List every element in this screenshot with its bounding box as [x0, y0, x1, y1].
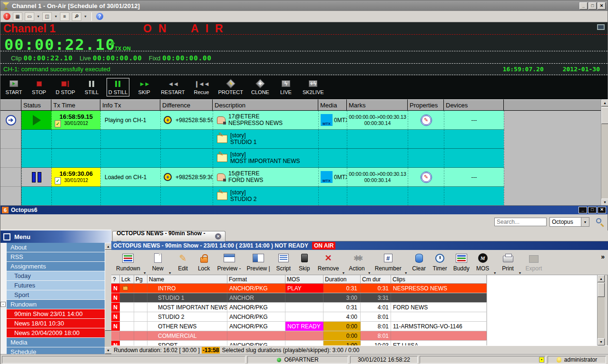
close-button[interactable]: ✕	[598, 2, 606, 10]
still-button[interactable]: STILL	[81, 78, 102, 96]
new-button[interactable]: New	[148, 252, 167, 272]
col-lck[interactable]: Lck	[120, 275, 134, 283]
collapse-icon[interactable]: -	[0, 302, 6, 307]
list-icon[interactable]: ≡	[60, 12, 69, 21]
sidebar-item-about[interactable]: About	[7, 243, 105, 252]
col-properties[interactable]: Properties	[408, 99, 444, 111]
col-difference[interactable]: Difference	[160, 99, 213, 111]
chevron-down-icon[interactable]: ▼	[493, 271, 497, 275]
rundown-row[interactable]: COMMERCIAL 0:00 8:01	[111, 331, 487, 341]
chevron-down-icon[interactable]: ▼	[84, 15, 87, 18]
schedule-row-story[interactable]: [story]MOST IMPORTANT NEWS	[0, 149, 608, 168]
scroll-up-icon[interactable]: ▲	[601, 99, 608, 106]
maximize-button[interactable]: □	[588, 207, 597, 213]
rundown-scrollbar[interactable]: ▲ ▼	[597, 275, 605, 345]
scrollbar-thumb[interactable]	[598, 283, 605, 297]
grid-scrollbar[interactable]: ▲ ▼	[601, 99, 608, 206]
timer-button[interactable]: Timer	[431, 252, 450, 272]
scroll-down-icon[interactable]: ▼	[105, 347, 112, 354]
scroll-up-icon[interactable]: ▲	[105, 243, 112, 250]
rundown-row-intro[interactable]: N INTRO ANCHOR/PKG PLAY 0:31 0:31 NESPRE…	[111, 284, 487, 293]
chevron-down-icon[interactable]: ▼	[168, 271, 172, 275]
script-button[interactable]: Script	[274, 252, 293, 272]
rundown-row[interactable]: N OTHER NEWS ANCHOR/PKG NOT READY 0:00 8…	[111, 322, 487, 331]
col-description[interactable]: Description	[213, 99, 318, 111]
tab-rundown[interactable]: OCTOPUS NEWS - 90min Show - ... ✕	[112, 231, 226, 241]
col-pg[interactable]: Pg	[134, 275, 147, 283]
edit-button[interactable]: ✎Edit	[174, 252, 193, 272]
d-still-button[interactable]: D STILL	[107, 78, 129, 96]
properties-icon[interactable]: ✎	[421, 172, 432, 183]
properties-icon[interactable]: ✎	[421, 115, 432, 126]
mos-button[interactable]: MMOS	[473, 252, 492, 272]
chevron-down-icon[interactable]: ▼	[519, 271, 522, 275]
start-button[interactable]: START	[3, 78, 24, 96]
toolbar-overflow-icon[interactable]: »	[601, 252, 608, 260]
sidebar-item-schedule[interactable]: Schedule	[7, 347, 105, 354]
schedule-icon[interactable]: ◫	[42, 12, 52, 21]
search-scope-dropdown[interactable]: Octopus ▼	[549, 217, 589, 227]
scrollbar-thumb[interactable]	[105, 250, 112, 331]
schedule-row-story[interactable]: [story]STUDIO 2	[0, 187, 608, 206]
sidebar-item-futures[interactable]: Futures	[7, 281, 105, 290]
sidebar-item-assignments[interactable]: Assignments	[7, 262, 105, 271]
col-name[interactable]: Name	[147, 275, 227, 283]
lock-button[interactable]: Lock	[195, 252, 214, 272]
col-duration[interactable]: Duration	[324, 275, 361, 283]
scroll-down-icon[interactable]: ▼	[601, 199, 608, 206]
col-status[interactable]: Status	[21, 99, 51, 111]
col-info-tx[interactable]: Info Tx	[100, 99, 160, 111]
chevron-down-icon[interactable]: ▼	[342, 271, 345, 275]
restart-button[interactable]: ◄◄RESTART	[159, 78, 186, 96]
sidebar-item-media[interactable]: Media	[7, 338, 105, 347]
col-media[interactable]: Media	[318, 99, 347, 111]
skip-button[interactable]: ►►SKIP	[134, 78, 155, 96]
onair-titlebar[interactable]: Channel 1 - On-Air [Schedule of 30/01/20…	[0, 0, 608, 11]
rundown-row[interactable]: N STUDIO 1 ANCHOR 3:00 3:31	[111, 293, 487, 303]
remove-button[interactable]: ✕Remove	[316, 252, 341, 272]
tab-close-icon[interactable]: ✕	[215, 233, 221, 239]
d-stop-button[interactable]: D STOP	[54, 78, 77, 96]
col-devices[interactable]: Devices	[444, 99, 504, 111]
col-clips[interactable]: Clips	[391, 275, 487, 283]
action-button[interactable]: ✱✱Action	[347, 252, 366, 272]
sidebar-item-rundown-news-2004[interactable]: News 20/04/2009 18:00	[7, 328, 105, 337]
rundown-row[interactable]: N STUDIO 2 ANCHOR/PKG 4:00 8:01	[111, 312, 487, 322]
col-cm-dur[interactable]: Cm dur	[361, 275, 391, 283]
sk2live-button[interactable]: +ϟSK2LIVE	[301, 78, 326, 96]
renumber-button[interactable]: #Renumber	[373, 252, 403, 272]
scroll-down-icon[interactable]: ▼	[598, 338, 605, 345]
sidebar-item-rundown-90min[interactable]: 90min Show 23/01 14:00	[7, 309, 105, 318]
chevron-down-icon[interactable]: ▼	[37, 15, 40, 18]
export-button[interactable]: Export	[524, 252, 544, 272]
grid-view-icon[interactable]: ▦	[13, 12, 22, 21]
col-q[interactable]: ?	[111, 275, 120, 283]
buddy-button[interactable]: Buddy	[451, 252, 471, 272]
minimize-button[interactable]: _	[579, 207, 587, 213]
close-button[interactable]: ✕	[598, 207, 606, 213]
schedule-row-playing[interactable]: ➔ 16:58:59.1530/01/2012 ✓ Playing on CH-…	[0, 111, 608, 130]
col-marks[interactable]: Marks	[347, 99, 408, 111]
sidebar-item-rss[interactable]: RSS	[7, 252, 105, 261]
protect-button[interactable]: ϟPROTECT	[216, 78, 245, 96]
search-icon[interactable]	[596, 218, 601, 223]
scrollbar-thumb[interactable]	[601, 107, 608, 124]
clear-button[interactable]: Clear	[410, 252, 429, 272]
sidebar-item-today[interactable]: Today	[7, 271, 105, 280]
col-format[interactable]: Format	[227, 275, 285, 283]
rundown-row[interactable]: N MOST IMPORTANT NEWS ANCHOR/PKG 0:31 4:…	[111, 303, 487, 312]
preview-vertical-button[interactable]: Preview |	[245, 252, 272, 272]
print-button[interactable]: Print	[499, 252, 518, 272]
alert-icon[interactable]: !	[3, 13, 10, 20]
live-button[interactable]: ϟLIVE	[275, 78, 296, 96]
col-mos[interactable]: MOS	[285, 275, 324, 283]
skip-button[interactable]: Skip	[295, 252, 314, 272]
help-icon[interactable]: ?	[96, 13, 103, 20]
rundown-row[interactable]: N SPORT ANCHOR/PKG 1:00 10:03 ET LUISA	[111, 341, 487, 345]
schedule-row-loaded[interactable]: 16:59:30.0630/01/2012 ✓ Loaded on CH-1 +…	[0, 168, 608, 187]
chevron-down-icon[interactable]: ▼	[581, 218, 589, 226]
octopus-titlebar[interactable]: 6 Octopus6 _ □ ✕	[0, 206, 608, 214]
chevron-down-icon[interactable]: ▼	[404, 271, 408, 275]
clone-button[interactable]: ✚CLONE	[249, 78, 271, 96]
window-icon[interactable]: ▭	[25, 12, 34, 21]
